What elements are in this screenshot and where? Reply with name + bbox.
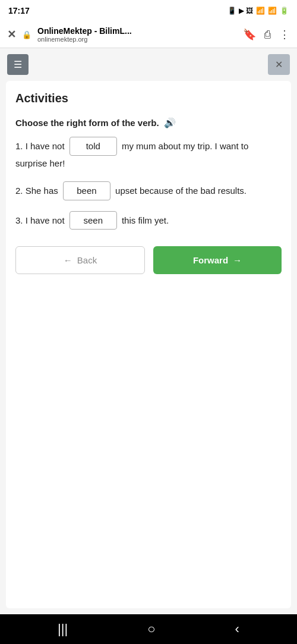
close-button[interactable]: ✕ xyxy=(268,54,290,75)
battery-icon: 🔋 xyxy=(280,7,289,15)
question-1-answer: told xyxy=(69,137,117,156)
forward-button[interactable]: Forward → xyxy=(153,246,282,274)
back-button[interactable]: ← Back xyxy=(15,246,145,274)
browser-url: onlinemektep.org xyxy=(37,36,237,43)
signal-bars-icon: 📶 xyxy=(268,7,277,15)
bottom-bar: ||| ○ ‹ xyxy=(0,614,297,644)
nav-buttons: ← Back Forward → xyxy=(15,246,282,274)
more-icon[interactable]: ⋮ xyxy=(279,28,290,41)
notification-icons: 📱 ▶ 🖼 xyxy=(228,7,253,15)
question-3-suffix: this film yet. xyxy=(119,215,169,225)
question-1: 1. I have not told my mum about my trip.… xyxy=(15,137,282,171)
instruction: Choose the right form of the verb. 🔊 xyxy=(15,117,282,128)
menu-button[interactable]: ☰ xyxy=(7,54,29,75)
back-nav-button[interactable]: ‹ xyxy=(235,621,239,637)
back-arrow: ← xyxy=(64,255,72,265)
question-3-answer: seen xyxy=(69,211,117,230)
signal-wifi-icon: 📶 xyxy=(256,7,265,15)
status-bar: 17:17 📱 ▶ 🖼 📶 📶 🔋 xyxy=(0,0,297,21)
browser-actions: 🔖 ⎙ ⋮ xyxy=(243,28,290,41)
question-3: 3. I have not seen this film yet. xyxy=(15,211,282,230)
instruction-text: Choose the right form of the verb. xyxy=(15,118,159,128)
back-label: Back xyxy=(77,255,97,265)
toolbar: ☰ ✕ xyxy=(0,48,297,81)
main-content: ☰ ✕ Activities Choose the right form of … xyxy=(0,48,297,614)
home-button[interactable]: ○ xyxy=(147,621,155,637)
page-content: Activities Choose the right form of the … xyxy=(6,81,291,608)
forward-label: Forward xyxy=(193,255,228,265)
forward-arrow: → xyxy=(233,255,242,265)
question-2-answer: been xyxy=(63,181,110,200)
question-2: 2. She has been upset because of the bad… xyxy=(15,181,282,200)
browser-bar: ✕ 🔒 OnlineMektep - BilimL... onlinemekte… xyxy=(0,21,297,48)
share-icon[interactable]: ⎙ xyxy=(264,29,271,41)
status-time: 17:17 xyxy=(8,6,30,15)
bookmark-icon[interactable]: 🔖 xyxy=(243,28,256,41)
status-icons: 📱 ▶ 🖼 📶 📶 🔋 xyxy=(228,7,289,15)
speaker-icon[interactable]: 🔊 xyxy=(164,117,176,128)
recent-apps-button[interactable]: ||| xyxy=(58,621,68,637)
question-2-suffix: upset because of the bad results. xyxy=(113,186,247,196)
question-3-prefix: 3. I have not xyxy=(15,215,67,225)
question-1-prefix: 1. I have not xyxy=(15,141,67,151)
page-title: Activities xyxy=(15,92,282,105)
question-2-prefix: 2. She has xyxy=(15,186,61,196)
url-block: OnlineMektep - BilimL... onlinemektep.or… xyxy=(37,26,237,43)
browser-close-button[interactable]: ✕ xyxy=(7,28,16,41)
lock-icon: 🔒 xyxy=(22,30,31,39)
browser-title: OnlineMektep - BilimL... xyxy=(37,26,237,36)
